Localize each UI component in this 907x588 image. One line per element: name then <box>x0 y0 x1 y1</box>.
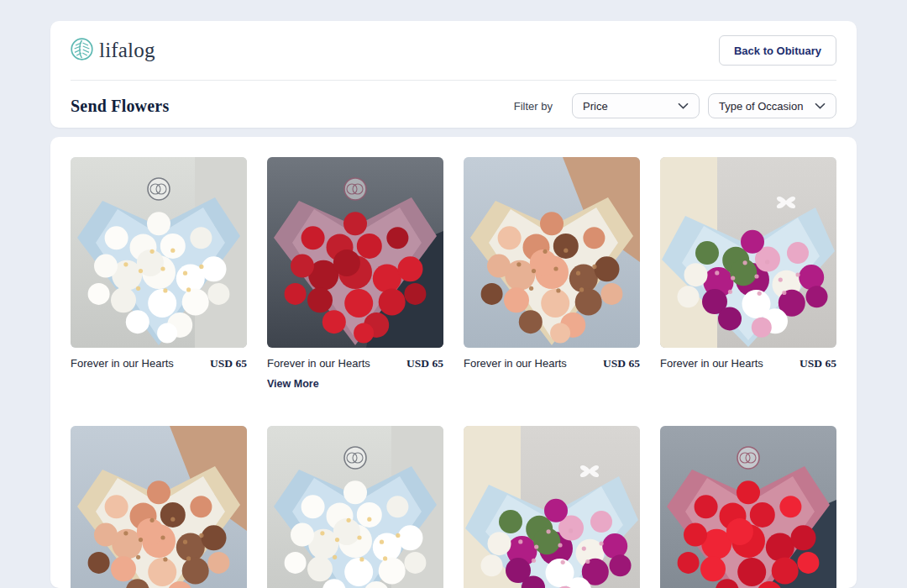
product-card: Forever in our Hearts USD 65 <box>71 157 247 391</box>
leaf-logo-icon <box>71 38 93 64</box>
filter-by-label: Filter by <box>514 100 553 113</box>
product-photo[interactable] <box>464 157 640 348</box>
price-filter-dropdown[interactable]: Price <box>572 93 700 118</box>
toolbar: Send Flowers Filter by Price Type of Occ… <box>71 93 836 118</box>
product-price: USD 65 <box>210 357 247 370</box>
product-photo[interactable] <box>660 157 836 348</box>
occasion-filter-value: Type of Occasion <box>719 100 803 113</box>
chevron-down-icon <box>815 102 826 109</box>
product-card: Forever in our Hearts USD 65 <box>464 426 640 588</box>
product-grid: Forever in our Hearts USD 65 Forever in … <box>71 157 836 588</box>
product-title: Forever in our Hearts <box>660 357 763 370</box>
products-panel: Forever in our Hearts USD 65 Forever in … <box>50 137 857 588</box>
view-more-link[interactable]: View More <box>267 378 319 390</box>
product-photo[interactable] <box>71 157 247 348</box>
product-card: Forever in our Hearts USD 65 View More <box>267 157 443 391</box>
product-meta: Forever in our Hearts USD 65 <box>660 357 836 370</box>
product-card: Forever in our Hearts USD 65 <box>267 426 443 588</box>
product-card: Forever in our Hearts USD 65 <box>71 426 247 588</box>
product-meta: Forever in our Hearts USD 65 <box>71 357 247 370</box>
page-title: Send Flowers <box>71 97 169 116</box>
logo-row: lifalog Back to Obituary <box>71 21 836 80</box>
product-title: Forever in our Hearts <box>71 357 174 370</box>
back-to-obituary-button[interactable]: Back to Obituary <box>719 35 836 66</box>
header-panel: lifalog Back to Obituary Send Flowers Fi… <box>50 21 857 128</box>
logo-text: lifalog <box>99 39 155 62</box>
product-card: Forever in our Hearts USD 65 <box>660 157 836 391</box>
occasion-filter-dropdown[interactable]: Type of Occasion <box>708 93 836 118</box>
logo[interactable]: lifalog <box>71 38 155 64</box>
price-filter-value: Price <box>583 100 608 113</box>
product-title: Forever in our Hearts <box>464 357 567 370</box>
product-price: USD 65 <box>406 357 443 370</box>
product-meta: Forever in our Hearts USD 65 <box>464 357 640 370</box>
product-price: USD 65 <box>800 357 836 370</box>
header-divider <box>71 80 836 81</box>
product-meta: Forever in our Hearts USD 65 <box>267 357 443 370</box>
chevron-down-icon <box>678 102 689 109</box>
product-photo[interactable] <box>267 426 443 588</box>
product-price: USD 65 <box>603 357 640 370</box>
product-photo[interactable] <box>660 426 836 588</box>
product-photo[interactable] <box>464 426 640 588</box>
product-card: Forever in our Hearts USD 65 <box>660 426 836 588</box>
product-photo[interactable] <box>71 426 247 588</box>
product-card: Forever in our Hearts USD 65 <box>464 157 640 391</box>
product-title: Forever in our Hearts <box>267 357 370 370</box>
product-photo[interactable] <box>267 157 443 348</box>
